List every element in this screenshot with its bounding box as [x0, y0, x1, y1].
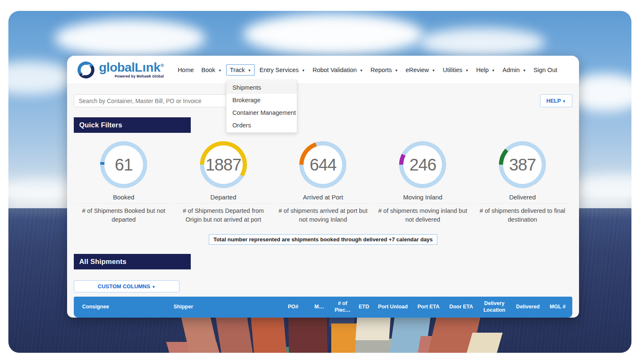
main-nav: HomeBook ▼Track ▼ShipmentsBrokerageConta… [175, 64, 560, 76]
donut-chart[interactable]: 387 [499, 141, 546, 188]
stat-description: # of Shipments Booked but not departed [75, 203, 172, 224]
column-header-delivered[interactable]: Delivered [511, 304, 545, 310]
menu-item-orders[interactable]: Orders [226, 119, 297, 132]
donut-chart[interactable]: 1887 [200, 141, 247, 188]
chevron-down-icon: ▼ [360, 69, 363, 72]
main-card: globalLınk® Powered by Mohawk Global Hom… [67, 56, 579, 318]
column-header-m[interactable]: M… [308, 304, 331, 310]
nav-item-admin[interactable]: Admin ▼ [500, 64, 529, 76]
nav-item-sign-out[interactable]: Sign Out [531, 64, 560, 76]
chevron-down-icon: ▼ [218, 69, 221, 72]
nav-item-utilities[interactable]: Utilities ▼ [440, 64, 472, 76]
quick-filter-moving-inland: 246Moving Inland# of shipments moving in… [373, 141, 473, 224]
menu-item-brokerage[interactable]: Brokerage [226, 94, 297, 106]
quick-filter-delivered: 387Delivered# of shipments delivered to … [473, 141, 572, 224]
stat-title: Delivered [509, 194, 535, 201]
nav-item-home[interactable]: Home [175, 64, 197, 76]
cloud [8, 61, 75, 95]
nav-item-help[interactable]: Help ▼ [473, 64, 498, 76]
track-dropdown-menu: ShipmentsBrokerageContainer ManagementOr… [226, 80, 297, 133]
globe-logo-icon [76, 60, 96, 80]
totals-note: Total number represented are shipments b… [209, 234, 437, 245]
nav-item-ereview[interactable]: eReview ▼ [402, 64, 438, 76]
globallink-logo[interactable]: globalLınk® Powered by Mohawk Global [76, 60, 164, 80]
cloud [243, 13, 423, 55]
quick-filter-stats: 61Booked# of Shipments Booked but not de… [74, 141, 572, 224]
help-button[interactable]: HELP ▼ [540, 94, 572, 107]
column-header-po[interactable]: PO# [278, 304, 308, 310]
nav-item-track[interactable]: Track ▼ShipmentsBrokerageContainer Manag… [226, 64, 255, 76]
donut-chart[interactable]: 246 [399, 141, 446, 188]
shipments-table-header: ConsigneeShipperPO#M…# of Piec…ETDPort U… [74, 297, 572, 318]
shipment-count: 1887 [200, 141, 247, 188]
quick-filter-booked: 61Booked# of Shipments Booked but not de… [74, 141, 174, 224]
shipment-count: 644 [299, 141, 346, 188]
stat-title: Moving Inland [403, 194, 442, 201]
custom-columns-button[interactable]: CUSTOM COLUMNS ▼ [74, 280, 179, 292]
column-header-etd[interactable]: ETD [354, 304, 374, 310]
chevron-down-icon: ▼ [395, 69, 398, 72]
all-shipments-heading: All Shipments [74, 254, 191, 269]
app-header: globalLınk® Powered by Mohawk Global Hom… [67, 56, 579, 84]
column-header-port-unload[interactable]: Port Unload [374, 304, 412, 310]
stat-description: # of shipments arrived at port but not m… [274, 203, 371, 224]
chevron-down-icon: ▼ [465, 69, 469, 72]
chevron-down-icon: ▼ [152, 285, 156, 289]
column-header-of-piec[interactable]: # of Piec… [331, 300, 354, 313]
cloud [55, 19, 205, 57]
quick-filter-departed: 1887Departed# of Shipments Departed from… [174, 141, 273, 224]
quick-filters-heading: Quick Filters [74, 117, 191, 133]
menu-item-shipments[interactable]: Shipments [226, 81, 297, 94]
stat-title: Departed [210, 194, 236, 201]
nav-item-entry-services[interactable]: Entry Services ▼ [257, 64, 308, 76]
column-header-consignee[interactable]: Consignee [74, 304, 174, 310]
shipment-count: 61 [100, 141, 147, 188]
nav-item-book[interactable]: Book ▼ [198, 64, 224, 76]
menu-item-container-management[interactable]: Container Management [226, 106, 297, 119]
column-header-mgl[interactable]: MGL # [545, 304, 571, 310]
donut-chart[interactable]: 644 [299, 141, 346, 188]
chevron-down-icon: ▼ [302, 69, 305, 72]
column-header-door-eta[interactable]: Door ETA [445, 304, 478, 310]
stat-title: Booked [113, 194, 134, 201]
brand-tagline: Powered by Mohawk Global [99, 75, 164, 78]
chevron-down-icon: ▼ [523, 69, 526, 72]
nav-item-reports[interactable]: Reports ▼ [368, 64, 401, 76]
column-header-port-eta[interactable]: Port ETA [412, 304, 445, 310]
brand-wordmark: globalLınk® [99, 61, 164, 74]
cloud [419, 28, 545, 57]
page-content: HELP ▼ Quick Filters 61Booked# of Shipme… [67, 84, 579, 318]
shipment-count: 387 [499, 141, 546, 188]
quick-filter-arrived-at-port: 644Arrived at Port# of shipments arrived… [273, 141, 373, 224]
search-row: HELP ▼ [74, 94, 572, 107]
nav-item-robot-validation[interactable]: Robot Validation ▼ [309, 64, 366, 76]
chevron-down-icon: ▼ [432, 69, 435, 72]
stat-description: # of Shipments Departed from Origin but … [175, 203, 272, 224]
stat-description: # of shipments delivered to final destin… [474, 203, 571, 224]
chevron-down-icon: ▼ [248, 69, 251, 72]
column-header-shipper[interactable]: Shipper [174, 304, 278, 310]
chevron-down-icon: ▼ [562, 99, 566, 103]
chevron-down-icon: ▼ [492, 69, 495, 72]
shipment-count: 246 [399, 141, 446, 188]
stat-title: Arrived at Port [303, 194, 343, 201]
stat-description: # of shipments moving inland but not del… [374, 203, 471, 224]
column-header-delivery-location[interactable]: Delivery Location [478, 300, 511, 313]
donut-chart[interactable]: 61 [100, 141, 147, 188]
